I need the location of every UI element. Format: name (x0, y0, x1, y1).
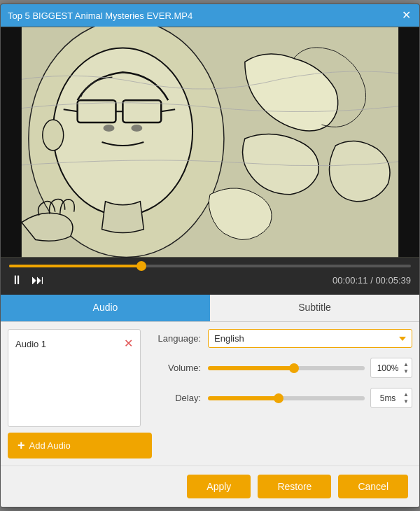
playback-left: ⏸ ⏭ (9, 272, 46, 289)
language-select[interactable]: English Spanish French German Chinese Ja… (208, 329, 412, 348)
plus-icon: + (18, 438, 25, 453)
apply-button[interactable]: Apply (187, 475, 251, 498)
audio-item: Audio 1 ✕ (14, 335, 134, 352)
cancel-button[interactable]: Cancel (338, 475, 408, 498)
controls-bar: ⏸ ⏭ 00:00:11 / 00:05:39 (1, 258, 419, 295)
language-label: Language: (152, 333, 201, 344)
video-player (1, 27, 419, 258)
add-audio-button[interactable]: + Add Audio (8, 433, 152, 458)
tabs-header: Audio Subtitle (1, 295, 419, 322)
tab-audio[interactable]: Audio (1, 295, 210, 321)
delay-thumb[interactable] (274, 393, 284, 403)
language-row: Language: English Spanish French German … (152, 329, 412, 348)
svg-point-9 (131, 125, 142, 132)
volume-label: Volume: (152, 363, 201, 373)
current-time: 00:00:11 (332, 275, 368, 286)
language-control: English Spanish French German Chinese Ja… (208, 329, 412, 348)
volume-thumb[interactable] (289, 363, 299, 373)
audio-settings-panel: Language: English Spanish French German … (152, 329, 412, 458)
video-frame (1, 27, 419, 258)
svg-point-8 (104, 125, 115, 132)
svg-point-10 (43, 120, 64, 150)
time-display: 00:00:11 / 00:05:39 (332, 275, 411, 286)
progress-track[interactable] (9, 265, 411, 267)
tabs-section: Audio Subtitle Audio 1 ✕ + Add Audio (1, 295, 419, 507)
progress-thumb[interactable] (136, 261, 146, 271)
skip-button[interactable]: ⏭ (30, 272, 46, 289)
audio-item-label: Audio 1 (15, 339, 46, 349)
volume-slider[interactable] (208, 366, 365, 370)
action-bar: Apply Restore Cancel (1, 465, 419, 507)
volume-up-button[interactable]: ▲ (403, 361, 409, 368)
add-audio-label: Add Audio (29, 440, 71, 451)
delay-arrows: ▲ ▼ (403, 391, 409, 405)
delay-control: 5ms ▲ ▼ (208, 388, 412, 408)
svg-rect-12 (398, 27, 419, 258)
volume-control: 100% ▲ ▼ (208, 358, 412, 378)
delay-slider[interactable] (208, 396, 365, 400)
volume-down-button[interactable]: ▼ (403, 368, 409, 375)
volume-row: Volume: 100% ▲ ▼ (152, 358, 412, 378)
delay-up-button[interactable]: ▲ (403, 391, 409, 398)
delay-down-button[interactable]: ▼ (403, 398, 409, 405)
tab-subtitle[interactable]: Subtitle (210, 295, 419, 321)
play-pause-button[interactable]: ⏸ (9, 272, 24, 289)
delay-row: Delay: 5ms ▲ ▼ (152, 388, 412, 408)
progress-filled (9, 265, 141, 267)
restore-button[interactable]: Restore (258, 475, 331, 498)
audio-list-panel: Audio 1 ✕ (8, 329, 141, 427)
delay-value-box: 5ms ▲ ▼ (370, 388, 412, 408)
main-window: Top 5 BIGGEST Animal Mysteries EVER.MP4 … (0, 4, 420, 507)
delay-label: Delay: (152, 393, 201, 403)
delay-value: 5ms (374, 393, 402, 403)
playback-controls: ⏸ ⏭ 00:00:11 / 00:05:39 (9, 272, 411, 289)
remove-audio-button[interactable]: ✕ (124, 338, 133, 349)
total-time: 00:05:39 (375, 275, 411, 286)
close-button[interactable]: ✕ (400, 9, 412, 22)
volume-value-box: 100% ▲ ▼ (370, 358, 412, 378)
volume-value: 100% (374, 363, 402, 373)
title-bar: Top 5 BIGGEST Animal Mysteries EVER.MP4 … (1, 4, 419, 27)
progress-container[interactable] (9, 262, 411, 272)
tab-content-audio: Audio 1 ✕ + Add Audio Language: English (1, 322, 419, 465)
window-title: Top 5 BIGGEST Animal Mysteries EVER.MP4 (8, 10, 192, 21)
volume-arrows: ▲ ▼ (403, 361, 409, 374)
svg-rect-11 (1, 27, 22, 258)
